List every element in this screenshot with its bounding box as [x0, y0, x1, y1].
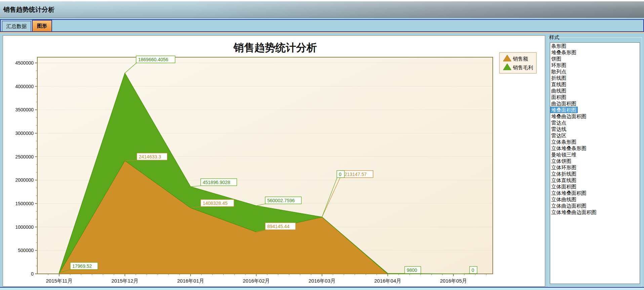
- style-list-item[interactable]: 立体面积图: [550, 183, 640, 190]
- style-list-item[interactable]: 立体直线图: [550, 177, 640, 183]
- svg-text:4500000: 4500000: [15, 60, 34, 66]
- style-list-item[interactable]: 堆叠曲边面积图: [550, 113, 640, 119]
- style-list-item[interactable]: 雷达线: [550, 126, 640, 132]
- x-axis-label: 2015年12月: [111, 278, 138, 284]
- style-list-item[interactable]: 饼图: [550, 56, 640, 62]
- chart-title: 销售趋势统计分析: [233, 41, 317, 53]
- svg-text:3000000: 3000000: [15, 131, 34, 136]
- data-label: 0: [472, 267, 474, 273]
- bottom-strip: [0, 287, 644, 290]
- chart-panel: 0500000100000015000002000000250000030000…: [3, 35, 545, 287]
- svg-text:1000000: 1000000: [15, 224, 34, 230]
- data-label: 2414633.3: [139, 154, 161, 159]
- data-label: 894145.44: [267, 224, 289, 229]
- data-label: 560002.7596: [267, 198, 295, 203]
- svg-text:2500000: 2500000: [15, 154, 34, 159]
- legend-label-sales: 销售额: [513, 56, 528, 62]
- data-label: 1869660.4056: [138, 57, 168, 62]
- style-list-item[interactable]: 立体饼图: [550, 158, 640, 164]
- style-list-item[interactable]: 立体曲线图: [550, 196, 640, 203]
- main-content: 0500000100000015000002000000250000030000…: [0, 34, 644, 287]
- style-list-item[interactable]: 面积图: [550, 94, 640, 100]
- window-titlebar: 销售趋势统计分析: [0, 1, 644, 18]
- style-list-item[interactable]: 环形图: [550, 62, 640, 68]
- window-title: 销售趋势统计分析: [3, 6, 54, 13]
- style-panel: 样式 条形图堆叠条形图饼图环形图散列点折线图直线图曲线图面积图曲边面积图堆叠面积…: [548, 34, 643, 287]
- style-list-item[interactable]: 折线图: [550, 75, 640, 81]
- svg-text:2000000: 2000000: [15, 177, 34, 183]
- svg-text:1500000: 1500000: [15, 201, 34, 206]
- x-axis-label: 2016年04月: [374, 278, 401, 284]
- tab-summary-data[interactable]: 汇总数据: [2, 21, 31, 31]
- tab-chart[interactable]: 图形: [32, 20, 52, 31]
- style-list-item[interactable]: 曲线图: [550, 87, 640, 94]
- style-list-item[interactable]: 雷达区: [550, 132, 640, 139]
- style-listbox[interactable]: 条形图堆叠条形图饼图环形图散列点折线图直线图曲线图面积图曲边面积图堆叠面积图堆叠…: [550, 42, 640, 284]
- data-label: 1213147.57: [342, 172, 367, 177]
- style-list-item[interactable]: 曼哈顿三维: [550, 151, 640, 158]
- svg-text:500000: 500000: [18, 248, 34, 253]
- x-axis-label: 2016年03月: [309, 278, 335, 284]
- style-list-item[interactable]: 立体条形图: [550, 139, 640, 145]
- style-group-label: 样式: [549, 34, 559, 41]
- svg-text:3500000: 3500000: [15, 107, 34, 112]
- style-list-item[interactable]: 立体曲边面积图: [550, 203, 640, 209]
- data-label: 9800: [407, 267, 417, 273]
- style-list-item[interactable]: 堆叠面积图: [550, 107, 578, 113]
- x-axis-label: 2016年02月: [243, 278, 270, 284]
- legend-label-profit: 销售毛利: [513, 65, 533, 70]
- svg-text:4000000: 4000000: [15, 84, 34, 89]
- data-label: 1408328.45: [203, 201, 228, 206]
- style-list-item[interactable]: 雷达点: [550, 119, 640, 126]
- style-list-item[interactable]: 立体环形图: [550, 164, 640, 171]
- style-list-item[interactable]: 直线图: [550, 81, 640, 87]
- data-label: 451896.9028: [203, 180, 230, 185]
- style-list-item[interactable]: 立体堆叠曲边面积图: [550, 209, 640, 215]
- style-list-item[interactable]: 立体堆叠面积图: [550, 190, 640, 196]
- x-axis-label: 2016年01月: [177, 278, 204, 284]
- style-list-item[interactable]: 条形图: [550, 43, 640, 49]
- tab-strip: 汇总数据 图形: [0, 19, 644, 32]
- svg-text:0: 0: [31, 271, 34, 277]
- accent-line: [0, 32, 644, 33]
- style-list-item[interactable]: 立体堆叠条形图: [550, 145, 640, 151]
- style-list-item[interactable]: 立体折线图: [550, 171, 640, 177]
- stacked-area-chart: 0500000100000015000002000000250000030000…: [3, 36, 545, 286]
- data-label: 0: [339, 172, 341, 177]
- style-list-item[interactable]: 散列点: [550, 68, 640, 75]
- x-axis-label: 2015年11月: [46, 278, 73, 284]
- style-list-item[interactable]: 曲边面积图: [550, 100, 640, 107]
- x-axis-label: 2016年05月: [440, 278, 467, 284]
- style-list-item[interactable]: 堆叠条形图: [550, 49, 640, 56]
- data-label: 17969.52: [72, 263, 92, 269]
